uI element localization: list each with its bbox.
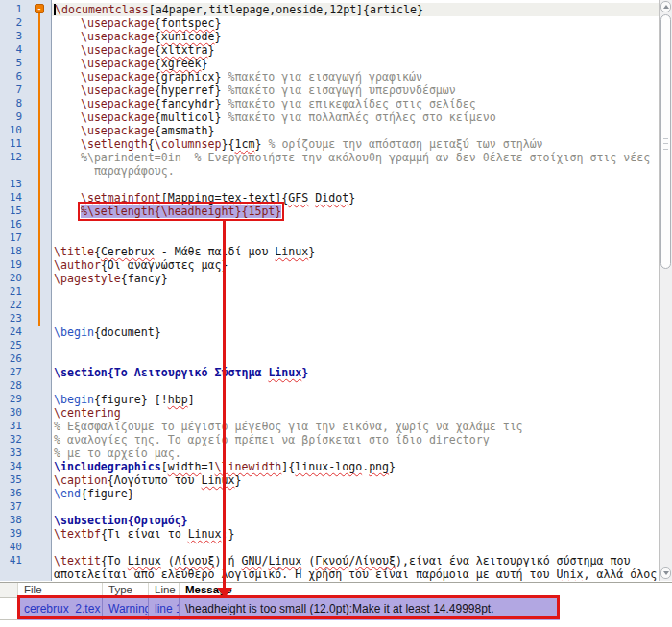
code-token: {fancyhdr} xyxy=(155,97,228,110)
code-line[interactable]: \usepackage{amsmath} xyxy=(52,124,659,137)
line-number[interactable]: 10 xyxy=(0,124,51,137)
code-line[interactable] xyxy=(52,285,659,299)
fold-collapse-icon[interactable]: - xyxy=(35,4,44,13)
code-line[interactable]: \textit{Το Linux (Λίνουξ) ή GNU/Linux (Γ… xyxy=(52,554,659,567)
line-number[interactable]: 2 xyxy=(0,16,51,30)
line-number[interactable]: 22 xyxy=(0,299,51,312)
line-number[interactable]: 11 xyxy=(0,137,51,151)
code-line[interactable] xyxy=(52,352,659,366)
line-number[interactable]: 12 xyxy=(0,151,51,164)
code-line[interactable]: \usepackage{multicol} %πακέτο για πολλαπ… xyxy=(52,110,659,124)
code-line[interactable]: \section{Το Λειτουργικό Σύστημα Linux} xyxy=(52,366,659,379)
code-line[interactable]: \usepackage{fontspec} xyxy=(52,16,659,30)
line-number[interactable]: 27 xyxy=(0,366,51,379)
code-line[interactable] xyxy=(52,231,659,245)
code-line[interactable]: \title{Cerebrux - Μάθε παιδί μου Linux} xyxy=(52,245,659,258)
line-number[interactable]: 21 xyxy=(0,285,51,299)
code-line[interactable]: \usepackage{xltxtra} xyxy=(52,43,659,57)
line-number[interactable]: 16 xyxy=(0,218,51,231)
line-number[interactable]: 31 xyxy=(0,420,51,433)
code-line[interactable] xyxy=(52,339,659,352)
line-number[interactable]: 18 xyxy=(0,245,51,258)
code-token: \includegraphics xyxy=(54,460,161,473)
line-number[interactable]: 5 xyxy=(0,57,51,70)
line-number[interactable]: 7 xyxy=(0,84,51,97)
code-token: {multicol} xyxy=(155,110,228,124)
line-number[interactable]: 6 xyxy=(0,70,51,84)
code-line[interactable]: \caption{Λογότυπο του Linux} xyxy=(52,473,659,487)
code-line[interactable]: \subsection{Ορισμός} xyxy=(52,514,659,527)
code-line[interactable] xyxy=(52,178,659,191)
code-line[interactable] xyxy=(52,379,659,393)
code-token: Linux xyxy=(202,473,235,487)
scroll-up-button[interactable] xyxy=(660,1,671,12)
line-number[interactable]: 36 xyxy=(0,487,51,500)
code-line[interactable]: \pagestyle{fancy} xyxy=(52,272,659,285)
vertical-scrollbar[interactable] xyxy=(659,0,672,581)
code-line[interactable]: \usepackage{graphicx} %πακέτο για εισαγω… xyxy=(52,70,659,84)
line-number[interactable]: 24 xyxy=(0,326,51,339)
code-line[interactable]: παραγράφους. xyxy=(52,164,659,178)
code-line[interactable] xyxy=(52,299,659,312)
line-number[interactable]: 23 xyxy=(0,312,51,326)
code-line[interactable]: % με το αρχείο μας. xyxy=(52,446,659,460)
line-number[interactable]: 25 xyxy=(0,339,51,352)
line-number[interactable]: 40 xyxy=(0,541,51,554)
code-line[interactable] xyxy=(52,541,659,554)
line-number[interactable]: 39 xyxy=(0,527,51,541)
code-line[interactable]: % Εξασφαλίζουμε το μέγιστο μέγεθος για τ… xyxy=(52,420,659,433)
line-number[interactable]: 29 xyxy=(0,393,51,406)
code-line[interactable]: \setlength{\columnsep}{1cm} % ορίζουμε τ… xyxy=(52,137,659,151)
highlighted-selection-box: %\setlength{\headheight}{15pt} xyxy=(81,205,281,218)
code-line[interactable]: \usepackage{fancyhdr} %πακέτο για επικεφ… xyxy=(52,97,659,110)
code-line[interactable]: \usepackage{xunicode} xyxy=(52,30,659,43)
code-line[interactable]: % αναλογίες της. Το αρχείο πρέπει να βρί… xyxy=(52,433,659,446)
line-number[interactable]: 14 xyxy=(0,191,51,205)
code-line[interactable]: \begin{figure} [!hbp] xyxy=(52,393,659,406)
scrollbar-thumb[interactable] xyxy=(660,14,671,269)
code-line[interactable]: %\setlength{\headheight}{15pt} xyxy=(52,205,659,218)
line-number[interactable]: 19 xyxy=(0,258,51,272)
line-number[interactable]: 26 xyxy=(0,352,51,366)
line-number[interactable]: 13 xyxy=(0,178,51,191)
line-number[interactable]: 38 xyxy=(0,514,51,527)
code-token: GNU xyxy=(241,554,261,567)
line-number[interactable]: 3 xyxy=(0,30,51,43)
line-number[interactable]: 4 xyxy=(0,43,51,57)
line-number[interactable]: 32 xyxy=(0,433,51,446)
line-number[interactable]: 33 xyxy=(0,446,51,460)
code-token: \usepackage xyxy=(81,57,155,70)
line-number[interactable]: 35 xyxy=(0,473,51,487)
code-line[interactable]: \end{figure} xyxy=(52,487,659,500)
code-line[interactable]: %\parindent=0in % Ενεργοποιήστε την ακόλ… xyxy=(52,151,659,164)
code-line[interactable]: \setmainfont[Mapping=tex-text]{GFS Didot… xyxy=(52,191,659,205)
line-number[interactable]: 37 xyxy=(0,500,51,514)
code-line[interactable]: \centering xyxy=(52,406,659,420)
code-line[interactable]: \includegraphics[width=1\linewidth]{linu… xyxy=(52,460,659,473)
code-token: \textit xyxy=(54,554,101,567)
line-number[interactable]: 34 xyxy=(0,460,51,473)
line-number[interactable]: 30 xyxy=(0,406,51,420)
scroll-down-button[interactable] xyxy=(660,567,671,579)
code-line[interactable]: \usepackage{hyperref} %πακέτο για εισαγω… xyxy=(52,84,659,97)
code-line[interactable]: \usepackage{xgreek} xyxy=(52,57,659,70)
code-line[interactable] xyxy=(52,312,659,326)
line-number[interactable]: 15 xyxy=(0,205,51,218)
code-line[interactable] xyxy=(52,500,659,514)
line-number[interactable]: 41 xyxy=(0,554,51,567)
line-number[interactable]: 20 xyxy=(0,272,51,285)
code-token: { xyxy=(155,30,161,43)
code-line[interactable]: αποτελείται από ελεύθερο λογισμικό. Η χρ… xyxy=(52,567,659,581)
code-token: [Mapping= xyxy=(161,191,222,205)
line-number[interactable]: 9 xyxy=(0,110,51,124)
line-number[interactable]: 8 xyxy=(0,97,51,110)
code-line[interactable]: \documentclass[a4paper,titlepage,oneside… xyxy=(52,3,659,16)
code-line[interactable]: \textbf{Τι είναι το Linux;} xyxy=(52,527,659,541)
line-number[interactable]: 17 xyxy=(0,231,51,245)
code-editor[interactable]: \documentclass[a4paper,titlepage,oneside… xyxy=(52,0,659,581)
line-number[interactable]: 28 xyxy=(0,379,51,393)
code-token: \columnsep xyxy=(155,137,222,151)
code-line[interactable]: \begin{document} xyxy=(52,326,659,339)
code-line[interactable]: \author{Οι αναγνώστες μας} xyxy=(52,258,659,272)
code-line[interactable] xyxy=(52,218,659,231)
